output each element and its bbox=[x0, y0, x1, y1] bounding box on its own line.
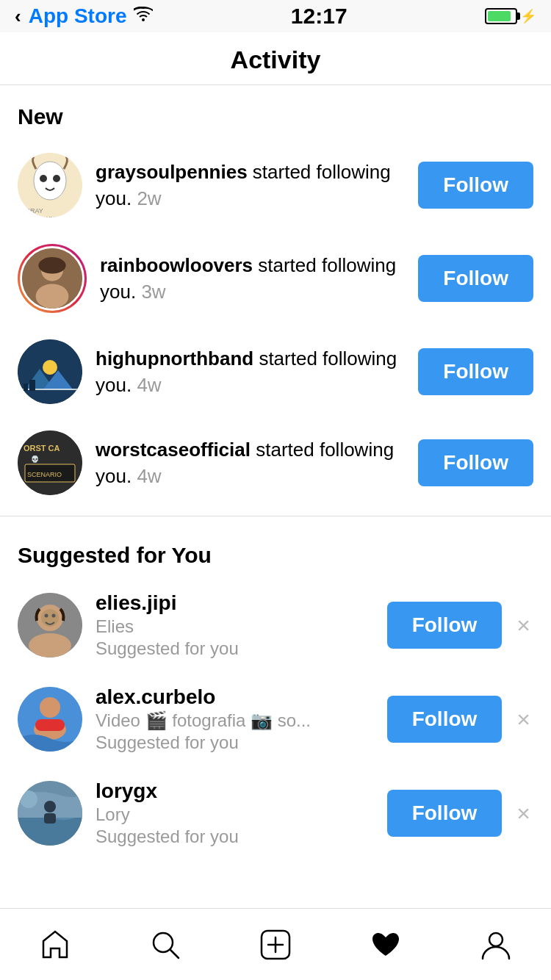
list-item: elies.jipi Elies Suggested for you Follo… bbox=[0, 578, 551, 672]
follower-timestamp: 4w bbox=[137, 465, 161, 487]
follower-timestamp: 3w bbox=[141, 281, 165, 303]
search-icon bbox=[148, 928, 182, 962]
follow-button[interactable]: Follow bbox=[418, 162, 533, 209]
avatar[interactable] bbox=[20, 246, 84, 311]
new-section-header: New bbox=[0, 85, 551, 140]
heart-icon bbox=[369, 928, 403, 962]
suggested-label: Suggested for you bbox=[96, 732, 374, 753]
page-header: Activity bbox=[0, 32, 551, 85]
svg-point-9 bbox=[38, 257, 65, 273]
follower-text: graysoulpennies started following you. 2… bbox=[96, 159, 405, 212]
avatar[interactable] bbox=[18, 593, 82, 657]
svg-text:GRAY: GRAY bbox=[25, 207, 43, 215]
suggested-info: lorygx Lory Suggested for you bbox=[96, 779, 374, 847]
svg-point-1 bbox=[34, 162, 66, 200]
suggested-username: alex.curbelo bbox=[96, 685, 374, 709]
svg-text:💀: 💀 bbox=[31, 455, 40, 464]
nav-add[interactable] bbox=[246, 923, 305, 967]
nav-profile[interactable] bbox=[467, 923, 525, 967]
dismiss-button[interactable]: × bbox=[514, 609, 533, 642]
list-item: rainboowloovers started following you. 3… bbox=[0, 231, 551, 326]
follower-username: worstcaseofficial bbox=[96, 439, 251, 461]
suggested-bio: Video 🎬 fotografia 📷 so... bbox=[96, 710, 374, 731]
svg-rect-36 bbox=[44, 813, 56, 824]
dismiss-button[interactable]: × bbox=[514, 797, 533, 830]
avatar[interactable] bbox=[18, 339, 82, 404]
follow-button[interactable]: Follow bbox=[418, 255, 533, 302]
svg-text:SOUL PENNIES: SOUL PENNIES bbox=[21, 215, 64, 217]
back-arrow-icon[interactable]: ‹ bbox=[15, 5, 21, 28]
app-store-label[interactable]: App Store bbox=[29, 4, 127, 28]
svg-point-37 bbox=[154, 933, 173, 952]
follower-username: highupnorthband bbox=[96, 347, 253, 370]
follower-username: rainboowloovers bbox=[100, 254, 253, 276]
page-title: Activity bbox=[0, 46, 551, 74]
follower-text: rainboowloovers started following you. 3… bbox=[100, 252, 405, 306]
add-icon bbox=[259, 928, 292, 962]
suggested-username: elies.jipi bbox=[96, 591, 374, 615]
list-item: highupnorthband started following you. 4… bbox=[0, 326, 551, 417]
suggested-label: Suggested for you bbox=[96, 826, 374, 847]
list-item: lorygx Lory Suggested for you Follow × bbox=[0, 766, 551, 860]
suggested-section-header: Suggested for You bbox=[0, 524, 551, 578]
svg-rect-16 bbox=[29, 380, 35, 391]
follower-timestamp: 2w bbox=[137, 187, 161, 209]
suggested-fullname: Lory bbox=[96, 804, 374, 825]
follower-text: worstcaseofficial started following you.… bbox=[96, 436, 405, 490]
svg-rect-31 bbox=[35, 719, 65, 731]
svg-point-29 bbox=[40, 697, 60, 718]
follow-button[interactable]: Follow bbox=[418, 439, 533, 486]
dismiss-button[interactable]: × bbox=[514, 703, 533, 736]
nav-search[interactable] bbox=[136, 923, 195, 967]
suggested-info: alex.curbelo Video 🎬 fotografia 📷 so... … bbox=[96, 685, 374, 753]
svg-point-2 bbox=[40, 175, 47, 182]
follow-button[interactable]: Follow bbox=[387, 602, 503, 649]
suggested-actions: Follow × bbox=[387, 790, 533, 837]
svg-point-34 bbox=[20, 790, 37, 808]
follow-button[interactable]: Follow bbox=[387, 696, 503, 743]
list-item: alex.curbelo Video 🎬 fotografia 📷 so... … bbox=[0, 672, 551, 766]
avatar[interactable] bbox=[18, 687, 82, 752]
svg-rect-27 bbox=[29, 633, 71, 657]
bottom-navigation bbox=[0, 908, 551, 980]
avatar[interactable] bbox=[18, 781, 82, 846]
svg-point-25 bbox=[45, 614, 48, 618]
home-icon bbox=[38, 928, 72, 962]
nav-home[interactable] bbox=[26, 923, 84, 967]
svg-text:ORST CA: ORST CA bbox=[24, 444, 60, 453]
follow-button[interactable]: Follow bbox=[387, 790, 503, 837]
avatar[interactable]: ORST CA 💀 SCENARIO bbox=[18, 430, 82, 495]
suggested-username: lorygx bbox=[96, 779, 374, 803]
section-divider bbox=[0, 516, 551, 516]
follow-button[interactable]: Follow bbox=[418, 348, 533, 395]
story-ring[interactable] bbox=[18, 244, 87, 313]
svg-point-3 bbox=[53, 175, 60, 182]
svg-rect-15 bbox=[24, 383, 28, 391]
follower-timestamp: 4w bbox=[137, 374, 161, 396]
svg-rect-8 bbox=[36, 284, 69, 309]
svg-point-11 bbox=[43, 360, 57, 375]
list-item: ORST CA 💀 SCENARIO worstcaseofficial sta… bbox=[0, 417, 551, 508]
svg-point-17 bbox=[18, 430, 82, 495]
wifi-icon bbox=[134, 7, 153, 26]
suggested-label: Suggested for you bbox=[96, 638, 374, 659]
suggested-actions: Follow × bbox=[387, 696, 533, 743]
nav-activity[interactable] bbox=[356, 923, 415, 967]
follower-username: graysoulpennies bbox=[96, 161, 248, 183]
content-area: New GRAY SOUL PENNIES graysoulpennies st… bbox=[0, 85, 551, 934]
svg-point-35 bbox=[44, 801, 56, 813]
svg-line-38 bbox=[170, 950, 179, 958]
charging-icon: ⚡ bbox=[520, 8, 536, 24]
avatar[interactable]: GRAY SOUL PENNIES bbox=[18, 153, 82, 217]
time-display: 12:17 bbox=[291, 4, 347, 29]
svg-point-26 bbox=[52, 614, 56, 618]
suggested-fullname: Elies bbox=[96, 616, 374, 637]
battery-indicator: ⚡ bbox=[485, 8, 536, 24]
list-item: GRAY SOUL PENNIES graysoulpennies starte… bbox=[0, 140, 551, 231]
profile-icon bbox=[479, 928, 513, 962]
svg-text:SCENARIO: SCENARIO bbox=[27, 471, 62, 478]
svg-point-42 bbox=[489, 933, 503, 946]
status-bar: ‹ App Store 12:17 ⚡ bbox=[0, 0, 551, 32]
follower-text: highupnorthband started following you. 4… bbox=[96, 345, 405, 399]
suggested-info: elies.jipi Elies Suggested for you bbox=[96, 591, 374, 659]
